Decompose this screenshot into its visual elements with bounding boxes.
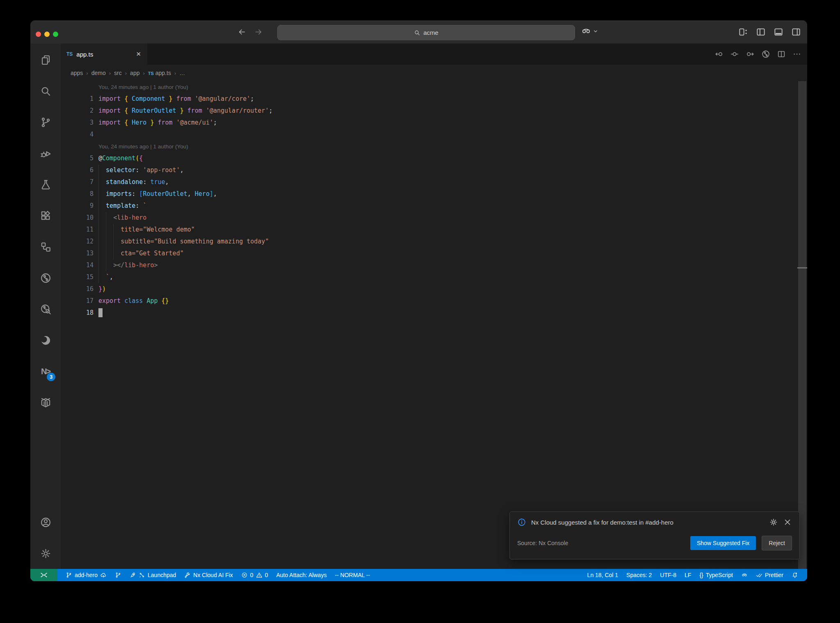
statusbar-scm-branch[interactable]: add-hero bbox=[62, 569, 111, 581]
token-id: RouterOutlet bbox=[143, 188, 187, 200]
reject-button[interactable]: Reject bbox=[762, 536, 792, 550]
activitybar-references[interactable] bbox=[30, 231, 61, 262]
forward-icon[interactable] bbox=[254, 27, 263, 36]
notification-title: Nx Cloud suggested a fix for demo:test i… bbox=[531, 519, 673, 526]
code-line: 6 selector: 'app-root', bbox=[61, 164, 807, 176]
statusbar-prettier[interactable]: Prettier bbox=[752, 569, 788, 581]
search-icon bbox=[40, 85, 52, 97]
statusbar-indentation[interactable]: Spaces: 2 bbox=[622, 569, 656, 581]
activitybar-run-debug[interactable] bbox=[30, 138, 61, 169]
token-b1: { bbox=[124, 105, 132, 117]
open-changes-icon[interactable] bbox=[730, 50, 739, 59]
token-pun: @ bbox=[98, 152, 102, 164]
notification-close-icon[interactable] bbox=[783, 518, 792, 527]
activitybar-explorer[interactable] bbox=[30, 44, 61, 75]
statusbar-text: 0 bbox=[265, 572, 268, 578]
statusbar-cursor-position[interactable]: Ln 18, Col 1 bbox=[583, 569, 623, 581]
close-tab-icon[interactable]: ✕ bbox=[136, 50, 141, 58]
statusbar-notifications-bell[interactable] bbox=[788, 569, 802, 581]
chevron-down-icon bbox=[592, 28, 599, 34]
token-pun bbox=[98, 248, 121, 259]
tab-app-ts[interactable]: TS app.ts ✕ bbox=[61, 43, 147, 65]
minimize-window-button[interactable] bbox=[44, 32, 50, 37]
previous-change-icon[interactable] bbox=[714, 50, 724, 59]
double-check-icon bbox=[756, 572, 762, 578]
statusbar-auto-attach[interactable]: Auto Attach: Always bbox=[272, 569, 331, 581]
bell-icon bbox=[792, 572, 798, 578]
statusbar-gitlens-launchpad[interactable]: Launchpad bbox=[126, 569, 180, 581]
statusbar-eol[interactable]: LF bbox=[680, 569, 695, 581]
breadcrumb-item[interactable]: … bbox=[179, 70, 185, 76]
copilot-menu[interactable] bbox=[581, 26, 599, 36]
statusbar-encoding[interactable]: UTF-8 bbox=[656, 569, 680, 581]
token-str: '@angular/router' bbox=[206, 105, 269, 117]
zoom-window-button[interactable] bbox=[53, 32, 58, 37]
activitybar-edge-browser[interactable] bbox=[30, 325, 61, 356]
token-kw: export bbox=[98, 295, 124, 307]
code-line: 10 <lib-hero bbox=[61, 212, 807, 224]
activitybar-settings-gear[interactable] bbox=[30, 538, 61, 569]
breadcrumb-item[interactable]: src bbox=[114, 70, 122, 76]
gitlens-graph-icon[interactable] bbox=[761, 50, 770, 59]
statusbar-nx-cloud-ai-fix[interactable]: Nx Cloud AI Fix bbox=[180, 569, 237, 581]
activitybar-extensions[interactable] bbox=[30, 200, 61, 231]
next-change-icon[interactable] bbox=[746, 50, 755, 59]
breadcrumb-item[interactable]: demo bbox=[91, 70, 106, 76]
activitybar-containers[interactable] bbox=[30, 387, 61, 418]
token-prop: selector bbox=[106, 164, 135, 176]
toggle-secondary-sidebar-icon[interactable] bbox=[791, 27, 801, 37]
customize-layout-icon[interactable] bbox=[738, 27, 749, 37]
token-kw: import bbox=[98, 93, 124, 105]
scrollbar-thumb[interactable] bbox=[798, 81, 806, 569]
breadcrumb-item[interactable]: TS app.ts bbox=[148, 70, 171, 76]
statusbar-text: {} bbox=[699, 572, 703, 578]
token-b1: { bbox=[124, 117, 132, 129]
activitybar-gitlens[interactable] bbox=[30, 262, 61, 293]
indent-guide bbox=[98, 259, 99, 271]
line-number: 7 bbox=[61, 176, 98, 188]
statusbar-commit-graph[interactable] bbox=[111, 569, 126, 581]
token-b2: { bbox=[139, 152, 143, 164]
token-id: Hero bbox=[132, 117, 146, 129]
token-pun bbox=[98, 164, 106, 176]
token-pun: , bbox=[213, 188, 217, 200]
breadcrumb-item[interactable]: apps bbox=[71, 70, 83, 76]
back-icon[interactable] bbox=[237, 27, 247, 36]
code-editor[interactable]: You, 24 minutes ago | 1 author (You)1imp… bbox=[61, 81, 807, 569]
activitybar-nx-console[interactable]: N>3 bbox=[30, 356, 61, 387]
command-center-search[interactable]: acme bbox=[277, 25, 575, 40]
activitybar-account[interactable] bbox=[30, 507, 61, 538]
statusbar-problems[interactable]: 00 bbox=[237, 569, 272, 581]
breadcrumb-separator: › bbox=[174, 70, 176, 76]
token-str: subtitle="Build something amazing today" bbox=[121, 236, 269, 248]
toggle-panel-icon[interactable] bbox=[773, 27, 784, 37]
activitybar-source-control[interactable] bbox=[30, 107, 61, 138]
statusbar-language-mode[interactable]: {}TypeScript bbox=[695, 569, 737, 581]
toggle-primary-sidebar-icon[interactable] bbox=[756, 27, 766, 37]
statusbar-vim-mode[interactable]: -- NORMAL -- bbox=[331, 569, 374, 581]
editor-scrollbar[interactable] bbox=[797, 81, 807, 569]
statusbar-copilot-status[interactable] bbox=[737, 569, 752, 581]
more-actions-icon[interactable] bbox=[792, 50, 801, 59]
token-kw: from bbox=[184, 105, 206, 117]
token-kw2: class bbox=[124, 295, 146, 307]
split-editor-icon[interactable] bbox=[777, 50, 786, 59]
gitlens-icon bbox=[40, 272, 52, 284]
indent-guide bbox=[98, 188, 99, 200]
code-line: 8 imports: [RouterOutlet, Hero], bbox=[61, 188, 807, 200]
activitybar-search[interactable] bbox=[30, 75, 61, 107]
statusbar-text: Launchpad bbox=[148, 572, 176, 578]
token-b3: [ bbox=[139, 188, 143, 200]
breadcrumb-item[interactable]: app bbox=[130, 70, 139, 76]
activitybar-testing[interactable] bbox=[30, 169, 61, 200]
activitybar-gitlens-search[interactable] bbox=[30, 293, 61, 325]
token-str: '@acme/ui' bbox=[176, 117, 213, 129]
close-window-button[interactable] bbox=[36, 32, 41, 37]
indent-guide bbox=[98, 212, 99, 224]
remote-indicator[interactable] bbox=[30, 569, 57, 581]
copilot-icon bbox=[581, 26, 591, 36]
notification-settings-gear-icon[interactable] bbox=[769, 518, 778, 527]
show-suggested-fix-button[interactable]: Show Suggested Fix bbox=[690, 536, 756, 550]
rocket-icon bbox=[130, 572, 136, 578]
token-str: cta="Get Started" bbox=[121, 248, 184, 259]
